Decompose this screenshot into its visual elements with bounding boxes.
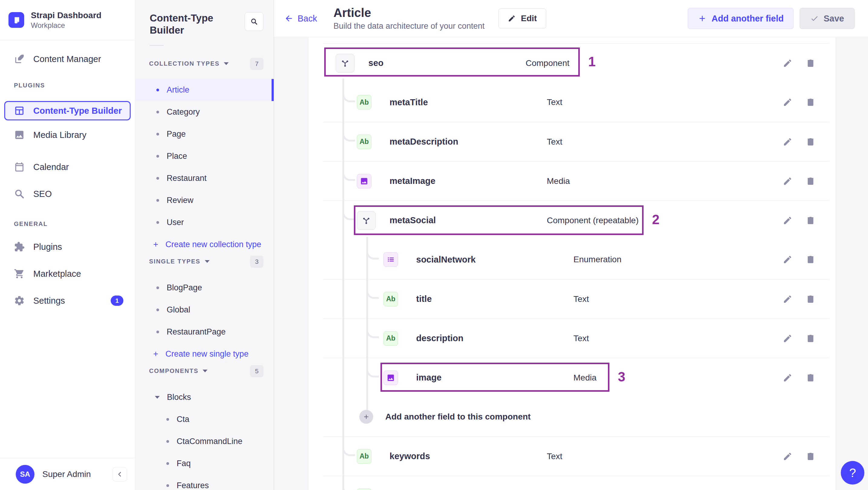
field-name: seo (368, 58, 526, 68)
save-button[interactable]: Save (800, 8, 855, 29)
type-item-user[interactable]: User (135, 211, 274, 234)
collection-types-count: 7 (250, 58, 264, 70)
back-button[interactable]: Back (282, 13, 319, 24)
bullet-icon (166, 440, 169, 443)
single-types-header[interactable]: SINGLE TYPES 3 (135, 255, 274, 268)
field-name: keywords (390, 451, 547, 461)
component-item-features[interactable]: Features (135, 474, 274, 490)
edit-field-button[interactable] (783, 255, 793, 264)
component-item-ctacommandline[interactable]: CtaCommandLine (135, 430, 274, 453)
chevron-down-icon (155, 396, 160, 399)
edit-field-button[interactable] (783, 58, 793, 68)
field-name: socialNetwork (416, 255, 574, 265)
type-item-review[interactable]: Review (135, 189, 274, 211)
component-group-blocks[interactable]: Blocks (135, 386, 274, 408)
field-type: Media (574, 373, 596, 382)
sidebar-item-marketplace[interactable]: Marketplace (0, 266, 135, 282)
type-item-restaurantpage[interactable]: RestaurantPage (135, 321, 274, 343)
puzzle-icon (14, 241, 25, 252)
edit-button[interactable]: Edit (498, 8, 546, 28)
field-type: Component (repeatable) (547, 216, 639, 225)
brand-title: Strapi Dashboard (31, 10, 101, 21)
field-type: Component (526, 58, 569, 68)
field-row-metadescription: Ab metaDescription Text (323, 122, 829, 161)
edit-field-button[interactable] (783, 97, 793, 107)
type-item-label: BlogPage (167, 283, 202, 293)
components-list: Blocks Cta CtaCommandLine Faq Features (135, 386, 274, 490)
edit-field-button[interactable] (783, 373, 793, 382)
picture-icon (14, 129, 25, 140)
sidebar-item-settings[interactable]: Settings 1 (0, 293, 135, 308)
type-item-place[interactable]: Place (135, 145, 274, 167)
field-row-description: Ab description Text (323, 318, 829, 358)
component-item-cta[interactable]: Cta (135, 408, 274, 430)
delete-field-button[interactable] (806, 373, 815, 382)
field-name: metaSocial (390, 215, 547, 225)
search-icon (250, 18, 258, 25)
field-row-metarobots: Ab metaRobots Text (323, 476, 829, 490)
create-collection-type-label: Create new collection type (165, 240, 261, 249)
type-item-category[interactable]: Category (135, 101, 274, 123)
add-another-field-label: Add another field (712, 13, 784, 24)
bullet-icon (156, 199, 159, 202)
search-button[interactable] (245, 12, 264, 31)
components-count: 5 (250, 365, 264, 377)
bullet-icon (156, 133, 159, 135)
sidebar-item-seo[interactable]: SEO (0, 186, 135, 202)
bullet-icon (156, 221, 159, 224)
gear-icon (14, 295, 25, 306)
delete-field-button[interactable] (806, 452, 815, 461)
bullet-icon (166, 484, 169, 487)
edit-field-button[interactable] (783, 216, 793, 225)
delete-field-button[interactable] (806, 255, 815, 264)
delete-field-button[interactable] (806, 176, 815, 186)
annotation-number-3: 3 (618, 369, 625, 385)
type-item-page[interactable]: Page (135, 123, 274, 145)
plus-circle-icon (359, 410, 373, 424)
type-item-article[interactable]: Article (135, 79, 274, 101)
delete-field-button[interactable] (806, 216, 815, 225)
collection-types-header[interactable]: COLLECTION TYPES 7 (135, 58, 274, 70)
type-item-global[interactable]: Global (135, 299, 274, 321)
text-field-icon: Ab (357, 449, 371, 464)
edit-field-button[interactable] (783, 452, 793, 461)
create-collection-type-link[interactable]: Create new collection type (135, 234, 263, 255)
delete-field-button[interactable] (806, 334, 815, 343)
sidebar-item-media-library[interactable]: Media Library (0, 127, 135, 143)
components-header[interactable]: COMPONENTS 5 (135, 365, 274, 377)
bullet-icon (156, 286, 159, 289)
page-subtitle: Build the data architecture of your cont… (333, 22, 485, 31)
help-button[interactable]: ? (841, 461, 864, 485)
delete-field-button[interactable] (806, 137, 815, 147)
type-item-blogpage[interactable]: BlogPage (135, 277, 274, 299)
components-label: COMPONENTS (149, 367, 198, 374)
layout-grid-icon (14, 105, 25, 116)
edit-field-button[interactable] (783, 334, 793, 343)
sidebar-item-content-manager[interactable]: Content Manager (0, 51, 135, 67)
field-type: Text (574, 294, 589, 304)
type-item-restaurant[interactable]: Restaurant (135, 167, 274, 189)
sidebar-item-calendar[interactable]: Calendar (0, 159, 135, 175)
add-another-field-button[interactable]: Add another field (688, 8, 794, 29)
collection-types-label: COLLECTION TYPES (149, 60, 220, 67)
text-field-icon: Ab (383, 331, 398, 346)
delete-field-button[interactable] (806, 294, 815, 304)
type-item-label: RestaurantPage (167, 327, 226, 337)
delete-field-button[interactable] (806, 97, 815, 107)
component-group-label: Blocks (167, 393, 191, 402)
collapse-sidebar-button[interactable] (113, 467, 127, 482)
edit-field-button[interactable] (783, 176, 793, 186)
edit-field-button[interactable] (783, 137, 793, 147)
avatar[interactable]: SA (16, 465, 34, 484)
sidebar-item-plugins[interactable]: Plugins (0, 239, 135, 255)
brand-header[interactable]: Strapi Dashboard Workplace (0, 0, 135, 40)
field-row-socialnetwork: socialNetwork Enumeration (323, 240, 829, 279)
sidebar-item-content-type-builder[interactable]: Content-Type Builder (4, 101, 131, 120)
component-item-faq[interactable]: Faq (135, 453, 274, 474)
create-single-type-label: Create new single type (165, 349, 249, 359)
edit-field-button[interactable] (783, 294, 793, 304)
type-item-label: Restaurant (167, 174, 207, 183)
add-field-to-component-row[interactable]: Add another field to this component (323, 397, 829, 436)
delete-field-button[interactable] (806, 58, 815, 68)
create-single-type-link[interactable]: Create new single type (135, 343, 250, 365)
